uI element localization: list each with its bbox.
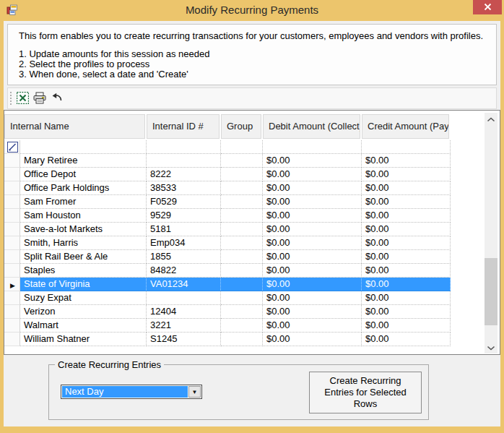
table-row[interactable]: Smith, HarrisEmp034$0.00$0.00 <box>4 236 452 250</box>
current-row-arrow-icon[interactable]: ▶ <box>4 278 20 291</box>
undo-button[interactable] <box>50 91 64 106</box>
cell-id[interactable]: S1245 <box>147 333 221 346</box>
row-header[interactable] <box>4 181 20 195</box>
row-header[interactable] <box>4 291 20 305</box>
cell-credit[interactable]: $0.00 <box>362 209 451 223</box>
cell-debit[interactable]: $0.00 <box>263 236 362 250</box>
table-row[interactable]: ▶State of VirginiaVA01234$0.00$0.00 <box>4 278 452 291</box>
table-row[interactable]: Office Depot8222$0.00$0.00 <box>4 168 452 181</box>
row-header[interactable] <box>4 209 20 223</box>
cell-debit[interactable]: $0.00 <box>263 195 362 209</box>
row-header[interactable] <box>4 264 20 278</box>
cell-credit[interactable]: $0.00 <box>362 168 451 181</box>
table-row[interactable]: Staples84822$0.00$0.00 <box>4 264 452 278</box>
cell-name[interactable]: Verizon <box>20 305 147 319</box>
row-header[interactable] <box>4 223 20 236</box>
row-header[interactable] <box>4 168 20 181</box>
cell-credit[interactable]: $0.00 <box>362 264 451 278</box>
cell-id[interactable]: 38533 <box>147 181 221 195</box>
cell-debit[interactable]: $0.00 <box>263 333 362 346</box>
dropdown-arrow-icon[interactable]: ▼ <box>188 386 201 398</box>
cell-group[interactable] <box>221 250 263 264</box>
cell-group[interactable] <box>221 140 263 154</box>
cell-group[interactable] <box>221 291 263 305</box>
cell-id[interactable]: 12404 <box>147 305 221 319</box>
cell-group[interactable] <box>221 305 263 319</box>
scroll-up-button[interactable] <box>485 113 498 125</box>
print-button[interactable] <box>32 91 47 106</box>
cell-credit[interactable]: $0.00 <box>362 333 451 346</box>
cell-debit[interactable] <box>263 140 362 154</box>
cell-credit[interactable]: $0.00 <box>362 278 451 291</box>
cell-group[interactable] <box>221 223 263 236</box>
cell-name[interactable]: Office Depot <box>20 168 147 181</box>
cell-group[interactable] <box>221 319 263 333</box>
cell-group[interactable] <box>221 333 263 346</box>
cell-name[interactable]: Office Park Holdings <box>20 181 147 195</box>
cell-debit[interactable]: $0.00 <box>263 278 362 291</box>
cell-name[interactable]: Staples <box>20 264 147 278</box>
cell-debit[interactable]: $0.00 <box>263 305 362 319</box>
close-button[interactable] <box>473 0 502 14</box>
cell-credit[interactable]: $0.00 <box>362 236 451 250</box>
table-row[interactable]: Walmart3221$0.00$0.00 <box>4 319 452 333</box>
cell-debit[interactable]: $0.00 <box>263 223 362 236</box>
row-header[interactable] <box>4 319 20 333</box>
cell-debit[interactable]: $0.00 <box>263 264 362 278</box>
cell-name[interactable]: Suzy Expat <box>20 291 147 305</box>
cell-name[interactable]: William Shatner <box>20 333 147 346</box>
cell-group[interactable] <box>221 168 263 181</box>
cell-group[interactable] <box>221 195 263 209</box>
cell-id[interactable]: 1855 <box>147 250 221 264</box>
cell-credit[interactable]: $0.00 <box>362 223 451 236</box>
table-row[interactable]: Split Rail Beer & Ale1855$0.00$0.00 <box>4 250 452 264</box>
cell-id[interactable]: VA01234 <box>147 278 221 291</box>
row-header[interactable] <box>4 250 20 264</box>
cell-debit[interactable]: $0.00 <box>263 209 362 223</box>
cell-credit[interactable]: $0.00 <box>362 305 451 319</box>
table-row[interactable] <box>4 140 452 154</box>
column-header-debit-amount[interactable]: Debit Amount (Collect) <box>263 114 360 139</box>
cell-name[interactable]: Sam Fromer <box>20 195 147 209</box>
row-header[interactable] <box>4 333 20 346</box>
row-header[interactable] <box>4 305 20 319</box>
cell-id[interactable]: 3221 <box>147 319 221 333</box>
cell-name[interactable]: Smith, Harris <box>20 236 147 250</box>
cell-group[interactable] <box>221 181 263 195</box>
cell-debit[interactable]: $0.00 <box>263 181 362 195</box>
cell-id[interactable] <box>147 140 221 154</box>
row-header[interactable] <box>4 195 20 209</box>
cell-name[interactable]: Split Rail Beer & Ale <box>20 250 147 264</box>
table-row[interactable]: Mary Retiree$0.00$0.00 <box>4 154 452 168</box>
edit-pencil-icon[interactable] <box>4 140 20 154</box>
cell-name[interactable]: Mary Retiree <box>20 154 147 168</box>
table-row[interactable]: Save-a-lot Markets5181$0.00$0.00 <box>4 223 452 236</box>
cell-debit[interactable]: $0.00 <box>263 291 362 305</box>
cell-credit[interactable]: $0.00 <box>362 181 451 195</box>
export-to-excel-button[interactable] <box>15 91 30 106</box>
cell-name[interactable]: State of Virginia <box>20 278 147 291</box>
cell-name[interactable]: Walmart <box>20 319 147 333</box>
cell-credit[interactable]: $0.00 <box>362 291 451 305</box>
cell-credit[interactable]: $0.00 <box>362 195 451 209</box>
cell-group[interactable] <box>221 278 263 291</box>
cell-credit[interactable]: $0.00 <box>362 250 451 264</box>
vertical-scrollbar[interactable] <box>485 113 498 353</box>
row-header[interactable] <box>4 236 20 250</box>
cell-group[interactable] <box>221 209 263 223</box>
cell-name[interactable]: Sam Houston <box>20 209 147 223</box>
table-row[interactable]: Suzy Expat$0.00$0.00 <box>4 291 452 305</box>
cell-debit[interactable]: $0.00 <box>263 154 362 168</box>
cell-name[interactable]: Save-a-lot Markets <box>20 223 147 236</box>
column-header-group[interactable]: Group <box>221 114 261 139</box>
column-header-internal-name[interactable]: Internal Name <box>4 114 145 139</box>
cell-id[interactable]: 84822 <box>147 264 221 278</box>
table-row[interactable]: William ShatnerS1245$0.00$0.00 <box>4 333 452 346</box>
toolbar-grip[interactable] <box>10 92 12 105</box>
cell-id[interactable]: 9529 <box>147 209 221 223</box>
schedule-dropdown[interactable]: Next Day ▼ <box>61 385 202 399</box>
cell-debit[interactable]: $0.00 <box>263 319 362 333</box>
cell-id[interactable]: Emp034 <box>147 236 221 250</box>
cell-id[interactable] <box>147 291 221 305</box>
row-header[interactable] <box>4 154 20 168</box>
